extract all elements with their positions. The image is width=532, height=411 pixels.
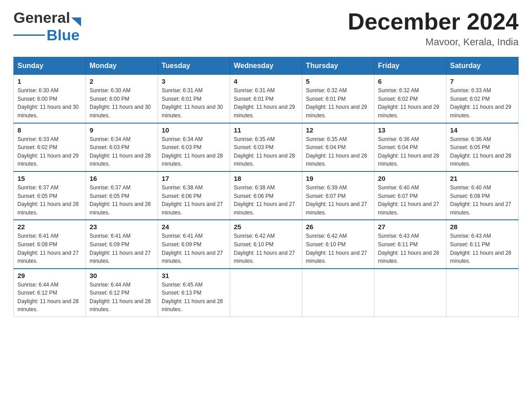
header-sunday: Sunday (14, 57, 86, 75)
day-info: Sunrise: 6:38 AMSunset: 6:06 PMDaylight:… (234, 184, 298, 217)
header-saturday: Saturday (446, 57, 519, 75)
day-info: Sunrise: 6:37 AMSunset: 6:05 PMDaylight:… (17, 184, 82, 217)
day-info: Sunrise: 6:35 AMSunset: 6:03 PMDaylight:… (234, 135, 298, 168)
day-number: 8 (17, 126, 82, 134)
week-row-5: 29Sunrise: 6:44 AMSunset: 6:12 PMDayligh… (14, 269, 519, 317)
day-info: Sunrise: 6:30 AMSunset: 6:00 PMDaylight:… (90, 86, 154, 120)
logo-triangle-icon (71, 17, 81, 26)
day-number: 26 (306, 223, 370, 231)
day-cell: 28Sunrise: 6:43 AMSunset: 6:11 PMDayligh… (446, 220, 519, 268)
day-number: 11 (234, 126, 298, 134)
day-info: Sunrise: 6:45 AMSunset: 6:13 PMDaylight:… (162, 281, 226, 314)
week-row-3: 15Sunrise: 6:37 AMSunset: 6:05 PMDayligh… (14, 171, 519, 220)
day-info: Sunrise: 6:34 AMSunset: 6:03 PMDaylight:… (162, 135, 226, 168)
day-info: Sunrise: 6:36 AMSunset: 6:05 PMDaylight:… (450, 135, 515, 168)
day-info: Sunrise: 6:41 AMSunset: 6:09 PMDaylight:… (162, 232, 226, 265)
day-number: 27 (378, 223, 442, 231)
day-cell: 21Sunrise: 6:40 AMSunset: 6:08 PMDayligh… (446, 171, 519, 220)
day-info: Sunrise: 6:43 AMSunset: 6:11 PMDaylight:… (450, 232, 515, 265)
logo-bottom-row: Blue (13, 26, 81, 44)
day-cell: 12Sunrise: 6:35 AMSunset: 6:04 PMDayligh… (302, 123, 374, 171)
day-cell: 17Sunrise: 6:38 AMSunset: 6:06 PMDayligh… (158, 171, 230, 220)
day-cell: 27Sunrise: 6:43 AMSunset: 6:11 PMDayligh… (374, 220, 446, 268)
header-thursday: Thursday (302, 57, 374, 75)
day-number: 12 (306, 126, 370, 134)
day-cell: 14Sunrise: 6:36 AMSunset: 6:05 PMDayligh… (446, 123, 519, 171)
day-cell: 26Sunrise: 6:42 AMSunset: 6:10 PMDayligh… (302, 220, 374, 268)
svg-marker-0 (71, 17, 81, 26)
day-info: Sunrise: 6:41 AMSunset: 6:08 PMDaylight:… (17, 232, 82, 265)
day-number: 25 (234, 223, 298, 231)
day-number: 6 (378, 77, 442, 85)
day-number: 31 (162, 272, 226, 279)
location: Mavoor, Kerala, India (348, 36, 519, 48)
day-cell: 30Sunrise: 6:44 AMSunset: 6:12 PMDayligh… (86, 269, 158, 317)
day-number: 29 (17, 272, 82, 279)
week-row-1: 1Sunrise: 6:30 AMSunset: 6:00 PMDaylight… (14, 75, 519, 123)
day-info: Sunrise: 6:42 AMSunset: 6:10 PMDaylight:… (306, 232, 370, 265)
day-cell: 7Sunrise: 6:33 AMSunset: 6:02 PMDaylight… (446, 75, 519, 123)
day-info: Sunrise: 6:35 AMSunset: 6:04 PMDaylight:… (306, 135, 370, 168)
header-monday: Monday (86, 57, 158, 75)
day-number: 14 (450, 126, 515, 134)
day-info: Sunrise: 6:33 AMSunset: 6:02 PMDaylight:… (450, 86, 515, 120)
day-info: Sunrise: 6:37 AMSunset: 6:05 PMDaylight:… (90, 184, 154, 217)
week-row-2: 8Sunrise: 6:33 AMSunset: 6:02 PMDaylight… (14, 123, 519, 171)
day-cell: 9Sunrise: 6:34 AMSunset: 6:03 PMDaylight… (86, 123, 158, 171)
page-header: General Blue December 2024 Mavoor, Keral… (13, 9, 519, 48)
day-info: Sunrise: 6:40 AMSunset: 6:08 PMDaylight:… (450, 184, 515, 217)
day-info: Sunrise: 6:44 AMSunset: 6:12 PMDaylight:… (90, 281, 154, 314)
day-info: Sunrise: 6:41 AMSunset: 6:09 PMDaylight:… (90, 232, 154, 265)
header-tuesday: Tuesday (158, 57, 230, 75)
day-number: 21 (450, 175, 515, 182)
month-title: December 2024 (348, 9, 519, 34)
day-number: 13 (378, 126, 442, 134)
day-cell: 22Sunrise: 6:41 AMSunset: 6:08 PMDayligh… (14, 220, 86, 268)
day-cell: 13Sunrise: 6:36 AMSunset: 6:04 PMDayligh… (374, 123, 446, 171)
logo-icon-block (71, 17, 81, 26)
day-cell: 16Sunrise: 6:37 AMSunset: 6:05 PMDayligh… (86, 171, 158, 220)
day-number: 17 (162, 175, 226, 182)
day-number: 7 (450, 77, 515, 85)
day-number: 10 (162, 126, 226, 134)
logo: General Blue (13, 9, 81, 44)
day-info: Sunrise: 6:44 AMSunset: 6:12 PMDaylight:… (17, 281, 82, 314)
day-cell: 29Sunrise: 6:44 AMSunset: 6:12 PMDayligh… (14, 269, 86, 317)
logo-blue: Blue (47, 26, 80, 44)
day-info: Sunrise: 6:42 AMSunset: 6:10 PMDaylight:… (234, 232, 298, 265)
day-cell: 3Sunrise: 6:31 AMSunset: 6:01 PMDaylight… (158, 75, 230, 123)
day-info: Sunrise: 6:31 AMSunset: 6:01 PMDaylight:… (162, 86, 226, 120)
day-info: Sunrise: 6:36 AMSunset: 6:04 PMDaylight:… (378, 135, 442, 168)
day-info: Sunrise: 6:34 AMSunset: 6:03 PMDaylight:… (90, 135, 154, 168)
day-cell (374, 269, 446, 317)
day-info: Sunrise: 6:39 AMSunset: 6:07 PMDaylight:… (306, 184, 370, 217)
day-cell: 19Sunrise: 6:39 AMSunset: 6:07 PMDayligh… (302, 171, 374, 220)
day-cell: 23Sunrise: 6:41 AMSunset: 6:09 PMDayligh… (86, 220, 158, 268)
day-cell: 8Sunrise: 6:33 AMSunset: 6:02 PMDaylight… (14, 123, 86, 171)
day-cell: 2Sunrise: 6:30 AMSunset: 6:00 PMDaylight… (86, 75, 158, 123)
day-cell: 10Sunrise: 6:34 AMSunset: 6:03 PMDayligh… (158, 123, 230, 171)
day-info: Sunrise: 6:32 AMSunset: 6:02 PMDaylight:… (378, 86, 442, 120)
day-cell: 5Sunrise: 6:32 AMSunset: 6:01 PMDaylight… (302, 75, 374, 123)
day-cell: 20Sunrise: 6:40 AMSunset: 6:07 PMDayligh… (374, 171, 446, 220)
day-number: 1 (17, 77, 82, 85)
day-cell: 31Sunrise: 6:45 AMSunset: 6:13 PMDayligh… (158, 269, 230, 317)
day-cell: 24Sunrise: 6:41 AMSunset: 6:09 PMDayligh… (158, 220, 230, 268)
day-info: Sunrise: 6:40 AMSunset: 6:07 PMDaylight:… (378, 184, 442, 217)
logo-underline (13, 34, 45, 36)
day-cell: 1Sunrise: 6:30 AMSunset: 6:00 PMDaylight… (14, 75, 86, 123)
calendar-table: SundayMondayTuesdayWednesdayThursdayFrid… (13, 57, 519, 317)
day-number: 5 (306, 77, 370, 85)
day-number: 30 (90, 272, 154, 279)
day-cell (302, 269, 374, 317)
day-number: 19 (306, 175, 370, 182)
day-cell: 15Sunrise: 6:37 AMSunset: 6:05 PMDayligh… (14, 171, 86, 220)
title-section: December 2024 Mavoor, Kerala, India (348, 9, 519, 48)
day-number: 23 (90, 223, 154, 231)
day-cell: 6Sunrise: 6:32 AMSunset: 6:02 PMDaylight… (374, 75, 446, 123)
day-number: 2 (90, 77, 154, 85)
header-friday: Friday (374, 57, 446, 75)
day-info: Sunrise: 6:32 AMSunset: 6:01 PMDaylight:… (306, 86, 370, 120)
day-cell: 25Sunrise: 6:42 AMSunset: 6:10 PMDayligh… (230, 220, 302, 268)
day-number: 18 (234, 175, 298, 182)
